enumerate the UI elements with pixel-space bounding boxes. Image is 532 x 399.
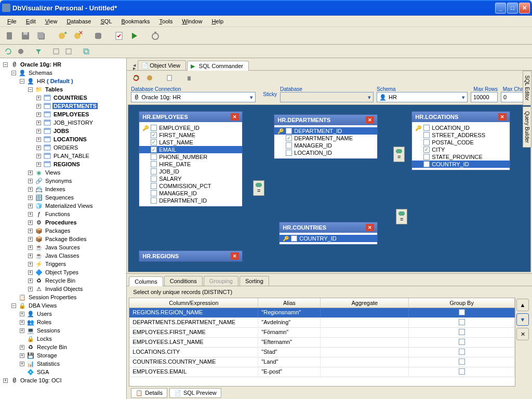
column-row[interactable]: COMMISSION_PCT bbox=[139, 182, 242, 190]
tree-table-item[interactable]: +ORDERS bbox=[0, 143, 126, 152]
copy-button[interactable] bbox=[81, 46, 91, 57]
tree-sessions[interactable]: +💻Sessions bbox=[0, 326, 126, 335]
menu-tools[interactable]: Tools bbox=[155, 17, 177, 25]
column-row[interactable]: POSTAL_CODE bbox=[412, 139, 510, 146]
database-select[interactable]: ▾ bbox=[280, 92, 374, 102]
tab-conditions[interactable]: Conditions bbox=[164, 276, 203, 286]
tree-recycle-bin2[interactable]: +♻Recycle Bin bbox=[0, 343, 126, 351]
tree-storage[interactable]: +💾Storage bbox=[0, 351, 126, 360]
column-row[interactable]: STATE_PROVINCE bbox=[412, 153, 510, 161]
grid-header[interactable]: Group By bbox=[409, 298, 515, 308]
move-up-button[interactable]: ▲ bbox=[516, 299, 529, 311]
database-tree[interactable]: −🛢Oracle 10g: HR −👤Schemas −👤HR ( Defaul… bbox=[0, 58, 127, 399]
run-button[interactable] bbox=[128, 29, 141, 43]
tree-session-props[interactable]: 📋Session Properties bbox=[0, 293, 126, 301]
panel-query-builder[interactable]: Query Builder bbox=[523, 107, 531, 148]
menu-window[interactable]: Window bbox=[178, 17, 206, 25]
tree-table-item[interactable]: +JOBS bbox=[0, 127, 126, 135]
menu-help[interactable]: Help bbox=[207, 17, 228, 25]
move-down-button[interactable]: ▼ bbox=[516, 313, 529, 326]
expand-button[interactable] bbox=[63, 46, 74, 57]
tree-table-item[interactable]: +DEPARTMENTS bbox=[0, 102, 126, 110]
reload-button[interactable] bbox=[131, 73, 141, 83]
tree-statistics[interactable]: +📊Statistics bbox=[0, 360, 126, 368]
close-icon[interactable]: ✕ bbox=[498, 113, 507, 121]
tab-sql-preview[interactable]: 📄SQL Preview bbox=[169, 388, 221, 398]
tree-tables[interactable]: −📁Tables bbox=[0, 85, 126, 94]
column-row[interactable]: HIRE_DATE bbox=[139, 161, 242, 168]
menu-bookmarks[interactable]: Bookmarks bbox=[117, 17, 154, 25]
column-row[interactable]: PHONE_NUMBER bbox=[139, 153, 242, 161]
grid-row[interactable]: COUNTRIES.COUNTRY_NAME"Land" bbox=[129, 357, 515, 367]
new-button[interactable] bbox=[3, 29, 17, 43]
commit-button[interactable] bbox=[144, 73, 155, 83]
minimize-button[interactable]: _ bbox=[495, 3, 506, 14]
column-row[interactable]: 🔑LOCATION_ID bbox=[412, 124, 510, 131]
stopwatch-button[interactable] bbox=[149, 29, 162, 43]
column-row[interactable]: SALARY bbox=[139, 175, 242, 182]
save-all-button[interactable] bbox=[34, 29, 48, 43]
menu-edit[interactable]: Edit bbox=[22, 17, 40, 25]
grid-row[interactable]: EMPLOYEES.EMAIL"E-post" bbox=[129, 367, 515, 377]
tree-table-item[interactable]: +LOCATIONS bbox=[0, 135, 126, 143]
tree-table-item[interactable]: +COUNTRIES bbox=[0, 94, 126, 102]
disconnect-button[interactable]: ✕ bbox=[71, 29, 84, 43]
tree-indexes[interactable]: +📇Indexes bbox=[0, 185, 126, 193]
tree-hr[interactable]: −👤HR ( Default ) bbox=[0, 77, 126, 85]
column-row[interactable]: 🔑COUNTRY_ID bbox=[280, 235, 377, 242]
close-icon[interactable]: ✕ bbox=[366, 224, 374, 231]
grid-header[interactable]: Aggregate bbox=[321, 298, 409, 308]
menu-database[interactable]: Database bbox=[62, 17, 95, 25]
tab-sql-commander[interactable]: ▶SQL Commander bbox=[187, 61, 249, 71]
join-icon[interactable]: = bbox=[393, 147, 405, 162]
menu-sql[interactable]: SQL bbox=[96, 17, 116, 25]
column-row[interactable]: MANAGER_ID bbox=[139, 190, 242, 197]
remove-button[interactable]: ✕ bbox=[516, 328, 529, 340]
column-row[interactable]: COUNTRY_ID bbox=[412, 161, 510, 168]
tree-users[interactable]: +👤Users bbox=[0, 310, 126, 318]
tree-table-item[interactable]: +REGIONS bbox=[0, 160, 126, 168]
table-regions[interactable]: HR.REGIONS✕ bbox=[139, 250, 243, 262]
column-row[interactable]: ✓DEPARTMENT_NAME bbox=[274, 135, 377, 142]
tree-sga[interactable]: 💠SGA bbox=[0, 368, 126, 376]
column-row[interactable]: MANAGER_ID bbox=[274, 142, 377, 149]
tree-roles[interactable]: +👥Roles bbox=[0, 318, 126, 326]
join-icon[interactable]: = bbox=[253, 180, 264, 196]
column-row[interactable]: 🔑EMPLOYEE_ID bbox=[139, 124, 242, 131]
tree-procedures[interactable]: +⚙Procedures bbox=[0, 218, 126, 227]
tree-recycle-bin[interactable]: +♻Recycle Bin bbox=[0, 276, 126, 285]
refresh-tree-button[interactable] bbox=[3, 46, 14, 57]
close-icon[interactable]: ✕ bbox=[231, 252, 239, 260]
column-row[interactable]: DEPARTMENT_ID bbox=[139, 197, 242, 204]
menu-view[interactable]: View bbox=[41, 17, 62, 25]
column-row[interactable]: ✓EMAIL bbox=[139, 146, 242, 153]
tree-functions[interactable]: +ƒFunctions bbox=[0, 210, 126, 218]
tab-details[interactable]: 📋Details bbox=[131, 388, 167, 398]
clipboard-button[interactable] bbox=[164, 73, 175, 83]
grid-row[interactable]: EMPLOYEES.LAST_NAME"Efternamn" bbox=[129, 338, 515, 348]
join-icon[interactable]: = bbox=[396, 209, 407, 224]
tree-triggers[interactable]: +⚡Triggers bbox=[0, 260, 126, 268]
db-conn-select[interactable]: 🛢Oracle 10g: HR▾ bbox=[131, 92, 256, 102]
tree-oci[interactable]: +🛢Oracle 10g: OCI bbox=[0, 376, 126, 384]
tree-table-item[interactable]: +EMPLOYEES bbox=[0, 110, 126, 118]
grid-row[interactable]: DEPARTMENTS.DEPARTMENT_NAME"Avdelning" bbox=[129, 318, 515, 328]
column-row[interactable]: ✓LAST_NAME bbox=[139, 139, 242, 146]
tree-mat-views[interactable]: +🧊Materialized Views bbox=[0, 202, 126, 210]
filter-button[interactable] bbox=[33, 46, 44, 57]
menu-file[interactable]: File bbox=[3, 17, 21, 25]
tab-sorting[interactable]: Sorting bbox=[240, 276, 269, 286]
column-row[interactable]: JOB_ID bbox=[139, 168, 242, 175]
table-countries[interactable]: HR.COUNTRIES✕ 🔑COUNTRY_ID bbox=[279, 222, 378, 245]
globe-button[interactable] bbox=[16, 46, 26, 57]
column-row[interactable]: LOCATION_ID bbox=[274, 149, 377, 156]
tree-invalid-objects[interactable]: +⚠Invalid Objects bbox=[0, 285, 126, 293]
table-departments[interactable]: HR.DEPARTMENTS✕ 🔑DEPARTMENT_ID✓DEPARTMEN… bbox=[274, 114, 378, 159]
column-row[interactable]: ✓CITY bbox=[412, 146, 510, 153]
tree-locks[interactable]: 🔒Locks bbox=[0, 335, 126, 343]
panel-sql-editor[interactable]: SQL Editor bbox=[523, 71, 531, 105]
tree-dba-views[interactable]: −🔒DBA Views bbox=[0, 301, 126, 310]
tree-java-classes[interactable]: +☕Java Classes bbox=[0, 251, 126, 260]
grid-row[interactable]: LOCATIONS.CITY"Stad" bbox=[129, 348, 515, 357]
tree-package-bodies[interactable]: +📦Package Bodies bbox=[0, 235, 126, 243]
